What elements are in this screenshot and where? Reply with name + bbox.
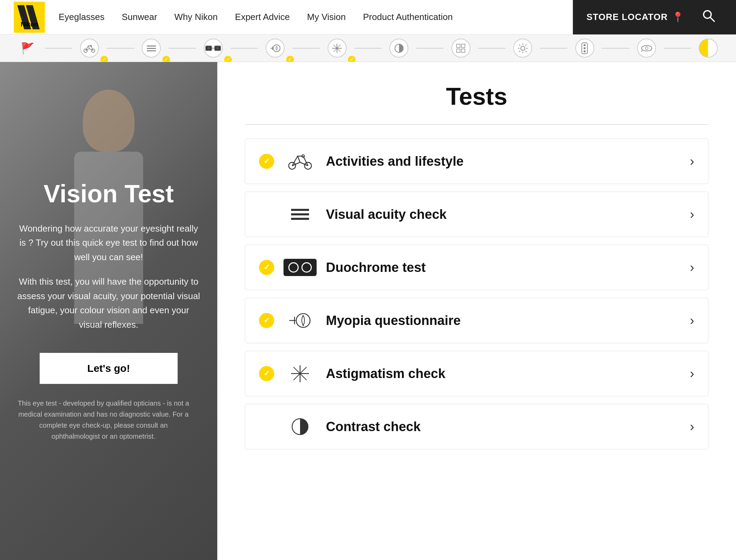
chevron-myopia: › [690, 313, 694, 328]
step-bike[interactable]: ✓ [72, 34, 107, 62]
store-locator-button[interactable]: STORE LOCATOR 📍 [587, 11, 684, 23]
bike-test-icon [288, 153, 312, 170]
main-content: Vision Test Wondering how accurate your … [0, 62, 736, 560]
label-astigmatism: Astigmatism check [326, 366, 690, 381]
icon-contrast [285, 415, 316, 439]
nav-product-auth[interactable]: Product Authentication [363, 12, 453, 22]
check-astigmatism: ✓ [259, 366, 274, 381]
check-contrast [259, 419, 274, 434]
label-contrast: Contrast check [326, 419, 690, 434]
test-item-visual-acuity[interactable]: Visual acuity check › [245, 192, 708, 237]
svg-rect-26 [461, 44, 465, 48]
step-divider-1 [45, 48, 72, 49]
nav-expert-advice[interactable]: Expert Advice [235, 12, 290, 22]
eye2-step-icon [637, 39, 656, 58]
nikon-logo[interactable]: Nikon [14, 2, 45, 33]
step-divider-7 [416, 48, 444, 49]
eye2-icon [640, 44, 653, 52]
svg-rect-28 [461, 49, 465, 52]
chevron-visual-acuity: › [690, 207, 694, 222]
chevron-activities: › [690, 154, 694, 169]
duochrome-box [284, 259, 317, 276]
right-panel: Tests ✓ Activities and lifestyle › [217, 62, 736, 560]
nav-sunwear[interactable]: Sunwear [122, 12, 157, 22]
disclaimer-text: This eye test - developed by qualified o… [17, 398, 190, 442]
step-myopia[interactable]: ✓ [258, 34, 292, 62]
duo-circle-right [301, 262, 312, 273]
astigmatism-test-icon [289, 364, 311, 383]
myopia-test-icon [288, 312, 312, 329]
step-start[interactable]: 🚩 [10, 34, 45, 62]
lines-icon [146, 44, 157, 52]
chevron-astigmatism: › [690, 366, 694, 381]
half-moon-icon [699, 39, 718, 58]
step-contrast[interactable] [382, 34, 416, 62]
svg-line-5 [710, 17, 714, 21]
svg-text:Nikon: Nikon [21, 21, 38, 28]
step-glasses[interactable]: ✓ [196, 34, 230, 62]
test-item-myopia[interactable]: ✓ Myopia questionnaire › [245, 298, 708, 343]
contrast-step-icon [389, 39, 408, 58]
test-item-activities[interactable]: ✓ Activities and lifestyle › [245, 139, 708, 184]
svg-line-44 [641, 50, 643, 52]
step-traffic[interactable] [567, 34, 602, 62]
step-divider-9 [540, 48, 567, 49]
step-check-glasses: ✓ [224, 56, 232, 62]
svg-point-40 [584, 47, 586, 49]
step-lines[interactable]: ✓ [134, 34, 169, 62]
nav-my-vision[interactable]: My Vision [307, 12, 346, 22]
step-divider-3 [169, 48, 196, 49]
svg-line-36 [525, 44, 526, 45]
svg-line-37 [519, 51, 520, 52]
glasses-icon [205, 44, 221, 52]
search-button[interactable] [695, 9, 722, 26]
nav-right: STORE LOCATOR 📍 [573, 0, 736, 34]
step-half-moon[interactable] [691, 34, 726, 62]
label-myopia: Myopia questionnaire [326, 313, 690, 328]
vision-test-title: Vision Test [17, 180, 200, 207]
lines-step-icon [142, 39, 161, 58]
svg-rect-11 [147, 50, 156, 51]
icon-visual-acuity [285, 202, 316, 226]
svg-rect-50 [291, 218, 309, 220]
chevron-duochrome: › [690, 260, 694, 275]
step-eye2[interactable] [629, 34, 664, 62]
lets-go-button[interactable]: Let's go! [40, 353, 178, 384]
svg-point-42 [641, 45, 652, 51]
store-locator-label: STORE LOCATOR [587, 12, 668, 22]
step-grid[interactable] [444, 34, 478, 62]
svg-rect-25 [457, 44, 460, 48]
location-pin-icon: 📍 [672, 11, 684, 23]
vision-desc-2: With this test, you will have the opport… [17, 275, 200, 332]
svg-point-29 [521, 46, 525, 50]
bike-step-icon [80, 39, 99, 58]
test-item-duochrome[interactable]: ✓ Duochrome test › [245, 245, 708, 290]
test-item-contrast[interactable]: Contrast check › [245, 404, 708, 449]
astigmatism-step-icon [328, 39, 347, 58]
step-divider-2 [107, 48, 134, 49]
contrast-test-icon [291, 417, 310, 436]
vision-desc-1: Wondering how accurate your eyesight rea… [17, 222, 200, 265]
check-activities: ✓ [259, 154, 274, 169]
label-activities: Activities and lifestyle [326, 154, 690, 169]
label-duochrome: Duochrome test [326, 260, 690, 275]
left-panel: Vision Test Wondering how accurate your … [0, 62, 217, 560]
step-check-myopia: ✓ [286, 56, 294, 62]
chevron-contrast: › [690, 419, 694, 434]
check-myopia: ✓ [259, 313, 274, 328]
contrast-icon [394, 43, 404, 53]
step-astigmatism[interactable]: ✓ [320, 34, 354, 62]
icon-activities [285, 149, 316, 173]
svg-rect-9 [147, 45, 156, 47]
traffic-icon [581, 42, 588, 54]
svg-point-39 [584, 44, 586, 46]
svg-point-16 [216, 47, 219, 50]
step-check-lines: ✓ [162, 56, 170, 62]
label-visual-acuity: Visual acuity check [326, 207, 690, 222]
nav-why-nikon[interactable]: Why Nikon [175, 12, 218, 22]
glasses-step-icon [204, 39, 223, 58]
step-sun[interactable] [506, 34, 540, 62]
grid-step-icon [451, 39, 470, 58]
nav-eyeglasses[interactable]: Eyeglasses [59, 12, 105, 22]
test-item-astigmatism[interactable]: ✓ Astigmatism check › [245, 351, 708, 396]
